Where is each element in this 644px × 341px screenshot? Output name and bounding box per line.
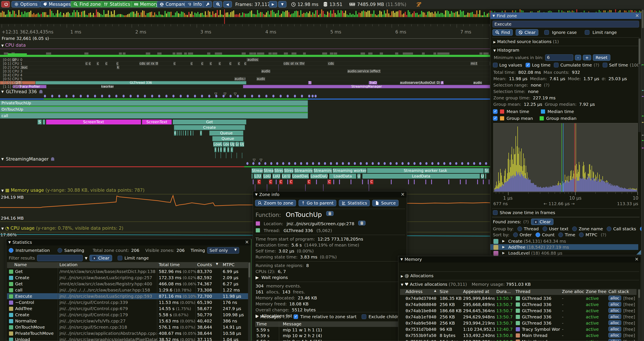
sample-dot[interactable]: [137, 95, 139, 98]
sample-dot[interactable]: [443, 162, 446, 165]
timeline-view[interactable]: 1 ms2 ms3 ms4 ms5 ms6 ms7 ms +12:31 362,…: [0, 24, 490, 239]
zone-bar[interactable]: Strean: [252, 168, 263, 173]
zone-bar[interactable]: Streaming: [294, 168, 313, 173]
table-row[interactable]: 0x74ab9e5040256 KB293,994,219ns13:50.7GL…: [400, 320, 636, 326]
table-row[interactable]: 0x74a9d68040256 KB295,668,489ns13:50.7GL…: [400, 301, 636, 307]
sample-dot[interactable]: [314, 95, 317, 98]
zone-messages-header[interactable]: ▼Messages (3) Time relative to zone star…: [256, 314, 404, 319]
zone-bar[interactable]: (: [227, 147, 229, 152]
sample-dot[interactable]: [172, 95, 174, 98]
sample-dot[interactable]: [300, 162, 302, 165]
sample-dot[interactable]: [378, 162, 380, 165]
find-zone-scrollbar[interactable]: [638, 38, 641, 132]
bin-reset-button[interactable]: Reset: [593, 54, 610, 61]
group-mean-marker[interactable]: [576, 123, 576, 192]
self-time-checkbox[interactable]: [603, 63, 607, 67]
sample-dot[interactable]: [437, 162, 440, 165]
memory-titlebar[interactable]: ▼Memory ✕: [398, 256, 641, 262]
sample-dot[interactable]: [360, 162, 362, 165]
zone-bar[interactable]: (: [214, 147, 216, 152]
cpu-timeslice[interactable]: cds_ol_rx_threa: [284, 62, 305, 65]
cpu-usage-plot[interactable]: 17.86%: [0, 232, 490, 239]
sample-dot[interactable]: [280, 95, 282, 98]
zoom-to-zone-button[interactable]: Zoom to zone: [255, 200, 296, 206]
cpu-data-header[interactable]: ▼ CPU data: [1, 43, 26, 48]
message-marker-icon[interactable]: ▽: [260, 158, 262, 162]
table-row[interactable]: AddTreejni/../jni/src/guif/Control.cpp:6…: [7, 306, 249, 311]
zone-bar[interactable]: [193, 131, 194, 136]
bin-minus-button[interactable]: -: [575, 55, 581, 60]
zoom-tool-button[interactable]: [213, 1, 222, 8]
sample-dot[interactable]: [431, 162, 434, 165]
sample-dot[interactable]: [44, 95, 46, 98]
zone-bar[interactable]: LoU: [263, 174, 271, 179]
zone-bar[interactable]: [179, 131, 180, 136]
cpu-timeslice[interactable]: c: [105, 62, 108, 65]
zone-bar[interactable]: (: [200, 131, 202, 136]
zone-bar[interactable]: LoadData: [329, 174, 356, 179]
alloc-callstack-button[interactable]: alloc: [608, 314, 621, 319]
sample-dot[interactable]: [130, 95, 132, 98]
statistics-scrollbar[interactable]: [248, 262, 250, 340]
sample-dot[interactable]: [348, 162, 350, 165]
cpu-timeslice[interactable]: audio: [473, 81, 482, 85]
sample-dot[interactable]: [420, 162, 422, 165]
expand-arrow-icon[interactable]: ▶: [502, 251, 505, 255]
zone-bar[interactable]: Streaming: [313, 168, 332, 173]
find-button[interactable]: Find: [492, 29, 513, 36]
crash-marker[interactable]: C: [370, 180, 373, 184]
tools-button[interactable]: [203, 1, 212, 8]
zone-bar[interactable]: L(U: [254, 174, 262, 179]
statistics-button[interactable]: Statistics: [101, 1, 133, 8]
sample-dot[interactable]: [414, 162, 416, 165]
sample-dot[interactable]: [115, 95, 118, 98]
zone-bar[interactable]: Up: [230, 142, 235, 147]
sample-dot[interactable]: [294, 95, 296, 98]
matched-locations-tree[interactable]: ▶ Matched source locations (1): [493, 39, 559, 44]
radio-order[interactable]: [513, 232, 518, 237]
instrumentation-radio[interactable]: [9, 248, 14, 253]
options-button[interactable]: Options: [12, 1, 40, 8]
table-row[interactable]: ~Controljni/../jni/src/guif/Control.cpp:…: [7, 299, 249, 305]
collapse-left-button[interactable]: ◀: [223, 1, 232, 8]
cpu-timeslice[interactable]: c: [116, 62, 118, 65]
table-row[interactable]: 0x7553b9fa508 bytes153,492,240ns13:50.8M…: [400, 332, 636, 338]
zone-bar[interactable]: LoaU: [213, 142, 222, 147]
sample-dot[interactable]: [94, 95, 96, 98]
ignore-case-checkbox[interactable]: [544, 30, 549, 35]
zone-bar[interactable]: [188, 131, 188, 136]
message-marker-icon[interactable]: ▽: [253, 158, 256, 162]
message-row[interactable]: 5.59 smip 9 w 4 h 4 (16): [255, 339, 404, 341]
group-legend-checkbox[interactable]: [493, 116, 498, 121]
found-zone-row[interactable]: ▶Create (54,131) 643.34 ms: [490, 238, 638, 244]
sample-dot[interactable]: [272, 95, 274, 98]
sample-dot[interactable]: [324, 162, 326, 165]
zone-bar[interactable]: [42, 119, 45, 125]
memory-table-header[interactable]: Address ▲ Size Appeared at Dura... Threa…: [400, 289, 636, 295]
sample-dot[interactable]: [258, 95, 260, 98]
sample-dot[interactable]: [312, 95, 314, 98]
zone-bar[interactable]: E: [174, 131, 176, 136]
message-row[interactable]: 5.59 smip 11 w 1 h 1 (1): [255, 327, 404, 333]
cpu-timeslice[interactable]: c: [219, 62, 221, 65]
table-row[interactable]: Executejni/../jni/src/claw/base/LuaScrip…: [7, 293, 249, 299]
zone-bar[interactable]: call: [0, 113, 308, 119]
messages-button[interactable]: Messages: [40, 1, 74, 8]
zone-bar[interactable]: LoadDaU: [310, 174, 328, 179]
histogram-tree[interactable]: ▼ Histogram: [493, 48, 519, 53]
copy-function-button[interactable]: [326, 211, 334, 216]
fz-limit-range-checkbox[interactable]: [585, 30, 590, 35]
alloc-callstack-button[interactable]: alloc: [608, 295, 621, 300]
sample-dot[interactable]: [354, 162, 356, 165]
table-row[interactable]: 0x7531d7b04096 KB1:10 234,952,16112:40.7…: [400, 326, 636, 332]
allocations-tree[interactable]: ▶ @ Allocations: [401, 273, 434, 278]
zone-bar[interactable]: |-: [223, 147, 226, 152]
table-row[interactable]: 0x7553b9fa9016 bytes153,722,396ns13:50.8…: [400, 339, 636, 341]
cpu-timeslice[interactable]: GLThread 336: [36, 81, 246, 85]
sample-dot[interactable]: [270, 162, 272, 165]
table-row[interactable]: 0x74a9d37040186.35 KB295,999,844ns13:50.…: [400, 295, 636, 301]
crash-marker[interactable]: C: [290, 180, 293, 184]
zone-bar[interactable]: PrivateTouchUp: [0, 100, 308, 106]
resize-grip[interactable]: [636, 250, 641, 255]
cpu-timeslice[interactable]: audio.service (effect): [347, 70, 380, 73]
